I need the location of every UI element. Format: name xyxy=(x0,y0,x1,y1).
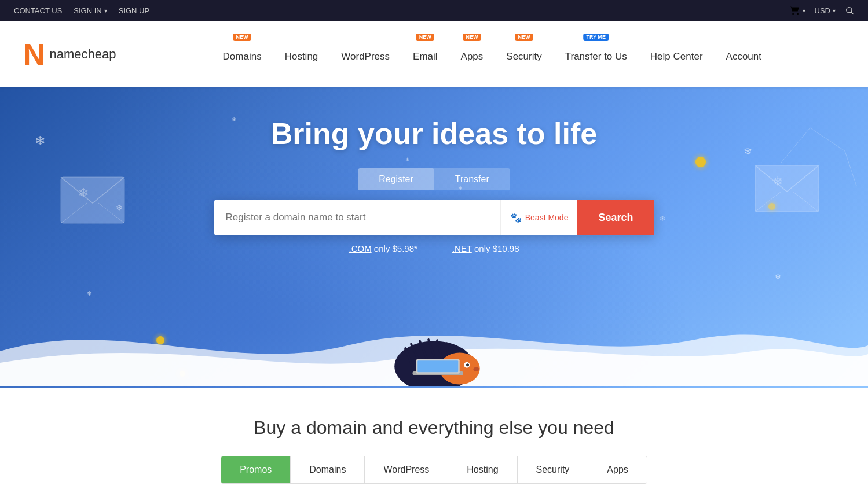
net-price-text: only $10.98 xyxy=(474,244,519,253)
nav-security[interactable]: NEW Security xyxy=(495,21,553,87)
beast-mode-button[interactable]: 🐾 Beast Mode xyxy=(500,200,578,235)
envelope-left: ❄ xyxy=(58,174,127,229)
nav-email[interactable]: NEW Email xyxy=(401,21,449,87)
currency-arrow: ▾ xyxy=(833,8,836,14)
cart-button[interactable]: ▾ xyxy=(789,6,805,15)
top-bar: CONTACT US SIGN IN ▾ SIGN UP ▾ USD ▾ xyxy=(0,0,868,21)
sign-in-arrow: ▾ xyxy=(104,8,107,14)
nav-badge-security: NEW xyxy=(515,34,533,41)
nav-domains[interactable]: NEW Domains xyxy=(211,21,273,87)
tab-register[interactable]: Register xyxy=(358,168,434,190)
tab-hosting[interactable]: Hosting xyxy=(448,456,517,483)
main-nav: N namecheap NEW Domains Hosting WordPres… xyxy=(0,21,868,87)
tab-apps[interactable]: Apps xyxy=(588,456,646,483)
svg-text:❄: ❄ xyxy=(78,186,89,200)
svg-point-2 xyxy=(847,8,852,13)
svg-rect-29 xyxy=(417,360,458,372)
svg-rect-7 xyxy=(61,177,124,223)
snowflake-4: ❄ xyxy=(660,215,665,223)
bottom-tabs: Promos Domains WordPress Hosting Securit… xyxy=(221,456,647,484)
cart-icon xyxy=(789,6,800,15)
domain-search-input[interactable] xyxy=(214,200,500,235)
sign-up-link[interactable]: SIGN UP xyxy=(119,6,149,15)
star-3 xyxy=(156,336,164,344)
net-price: .NET only $10.98 xyxy=(452,244,519,253)
nav-help[interactable]: Help Center xyxy=(639,21,715,87)
snowflake-7: ❄ xyxy=(87,290,92,297)
search-button-top[interactable] xyxy=(845,6,854,15)
svg-text:❄: ❄ xyxy=(772,174,783,189)
nav-label-wordpress: WordPress xyxy=(341,51,390,62)
search-bar: 🐾 Beast Mode Search xyxy=(214,200,654,235)
nav-label-email: Email xyxy=(413,51,438,62)
nav-hosting[interactable]: Hosting xyxy=(273,21,330,87)
nav-label-apps: Apps xyxy=(461,51,484,62)
logo-text: namecheap xyxy=(50,47,116,62)
nav-label-account: Account xyxy=(726,51,761,62)
nav-transfer[interactable]: TRY ME Transfer to Us xyxy=(554,21,639,87)
domain-pricing: .COM only $5.98* .NET only $10.98 xyxy=(349,244,519,253)
nav-apps[interactable]: NEW Apps xyxy=(449,21,495,87)
com-link[interactable]: .COM xyxy=(349,244,371,253)
nav-badge-domains: NEW xyxy=(233,34,251,41)
snowflake-8: ❄ xyxy=(775,273,781,281)
sign-in-link[interactable]: SIGN IN ▾ xyxy=(74,6,107,15)
svg-line-6 xyxy=(781,128,810,163)
logo-letter: N xyxy=(23,39,45,69)
snowflake-5: ❄ xyxy=(232,116,236,123)
tab-domains[interactable]: Domains xyxy=(291,456,365,483)
search-tabs: Register Transfer xyxy=(358,168,510,190)
star-4 xyxy=(180,371,185,377)
nav-account[interactable]: Account xyxy=(715,21,773,87)
svg-point-25 xyxy=(466,363,469,366)
tab-wordpress[interactable]: WordPress xyxy=(365,456,448,483)
nav-badge-transfer: TRY ME xyxy=(584,34,609,41)
svg-rect-11 xyxy=(755,165,819,212)
beast-icon: 🐾 xyxy=(510,212,522,223)
nav-wordpress[interactable]: WordPress xyxy=(329,21,401,87)
svg-line-3 xyxy=(851,12,854,14)
com-price-text: only $5.98* xyxy=(374,244,417,253)
nav-items: NEW Domains Hosting WordPress NEW Email … xyxy=(140,21,845,87)
nav-label-domains: Domains xyxy=(223,51,262,62)
svg-point-1 xyxy=(797,13,799,15)
tab-promos[interactable]: Promos xyxy=(221,456,291,483)
hero-title: Bring your ideas to life xyxy=(271,116,597,151)
currency-selector[interactable]: USD ▾ xyxy=(815,6,836,15)
snowflake-9: ❄ xyxy=(405,157,410,163)
contact-us-link[interactable]: CONTACT US xyxy=(14,6,62,15)
bottom-section: Buy a domain and everything else you nee… xyxy=(0,388,868,486)
svg-line-5 xyxy=(845,151,856,186)
beast-mode-label: Beast Mode xyxy=(525,213,569,222)
nav-label-hosting: Hosting xyxy=(285,51,318,62)
search-button[interactable]: Search xyxy=(577,200,654,235)
net-link[interactable]: .NET xyxy=(452,244,472,253)
snowflake-1: ❄ xyxy=(35,134,45,149)
tab-security[interactable]: Security xyxy=(518,456,589,483)
search-icon xyxy=(845,6,854,15)
logo[interactable]: N namecheap xyxy=(23,39,116,69)
svg-point-26 xyxy=(473,367,479,372)
svg-line-4 xyxy=(810,128,845,151)
com-price: .COM only $5.98* xyxy=(349,244,417,253)
envelope-right: ❄ xyxy=(752,163,822,217)
cart-arrow: ▾ xyxy=(803,8,805,14)
nav-label-security: Security xyxy=(506,51,541,62)
tab-transfer[interactable]: Transfer xyxy=(434,168,510,190)
nav-label-help: Help Center xyxy=(650,51,703,62)
nav-label-transfer: Transfer to Us xyxy=(565,51,627,62)
bottom-title: Buy a domain and everything else you nee… xyxy=(23,417,845,439)
nav-badge-apps: NEW xyxy=(463,34,481,41)
mascot xyxy=(376,311,492,388)
svg-point-0 xyxy=(792,13,794,15)
nav-badge-email: NEW xyxy=(416,34,434,41)
hero-section: ❄ ❄ ❄ ❄ ❄ ❄ ❄ ❄ ❄ ❄ ❄ ❄ Bring xyxy=(0,87,868,388)
